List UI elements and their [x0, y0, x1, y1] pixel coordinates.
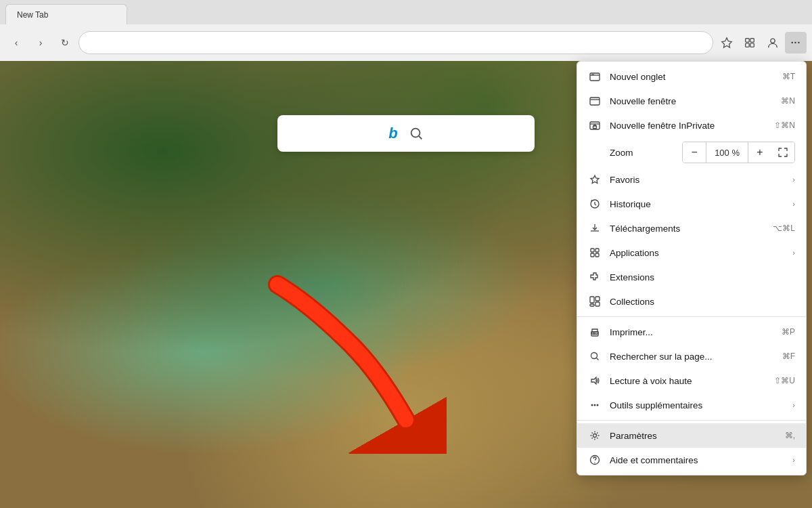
menu-label-more-tools: Outils supplémentaires — [610, 400, 787, 410]
menu-item-find[interactable]: Rechercher sur la page...⌘F — [577, 344, 806, 368]
svg-rect-21 — [595, 297, 600, 301]
menu-item-new-tab[interactable]: Nouvel onglet⌘T — [577, 64, 806, 89]
menu-label-find: Rechercher sur la page... — [610, 352, 782, 362]
zoom-label: Zoom — [588, 148, 629, 158]
tab-bar: New Tab — [0, 0, 812, 24]
menu-item-downloads[interactable]: Téléchargements⌥⌘L — [577, 216, 806, 240]
menu-shortcut-new-tab: ⌘T — [782, 72, 795, 81]
menu-item-read-aloud[interactable]: Lecture à voix haute⇧⌘U — [577, 368, 806, 393]
menu-item-apps[interactable]: Applications› — [577, 240, 806, 265]
zoom-value: 100 % — [706, 142, 748, 163]
svg-point-27 — [591, 353, 597, 359]
address-bar[interactable] — [78, 31, 713, 54]
toolbar-icons: ··· — [716, 32, 807, 54]
forward-button[interactable]: › — [30, 32, 51, 54]
svg-rect-17 — [595, 249, 599, 252]
zoom-in-button[interactable]: + — [748, 142, 771, 163]
settings-icon — [588, 429, 602, 442]
menu-label-new-tab: Nouvel onglet — [610, 72, 782, 82]
menu-item-more-tools[interactable]: Outils supplémentaires› — [577, 393, 806, 417]
menu-item-settings[interactable]: Paramètres⌘, — [577, 423, 806, 448]
browser-tab[interactable]: New Tab — [5, 4, 127, 24]
menu-item-favorites[interactable]: Favoris› — [577, 167, 806, 192]
svg-point-6 — [411, 129, 420, 137]
menu-label-help: Aide et commentaires — [610, 455, 787, 465]
bing-logo: b — [388, 125, 397, 142]
svg-rect-16 — [591, 249, 594, 252]
zoom-fullscreen-button[interactable] — [771, 142, 794, 163]
apps-icon — [588, 246, 602, 259]
menu-shortcut-downloads: ⌥⌘L — [773, 224, 795, 233]
search-icon[interactable] — [409, 126, 424, 141]
svg-marker-0 — [722, 38, 731, 47]
zoom-out-button[interactable]: − — [683, 142, 706, 163]
svg-rect-10 — [591, 75, 594, 76]
svg-rect-3 — [746, 43, 749, 47]
menu-shortcut-find: ⌘F — [782, 352, 795, 361]
dropdown-menu: Nouvel onglet⌘TNouvelle fenêtre⌘NNouvell… — [577, 61, 807, 475]
menu-arrow-history: › — [792, 200, 795, 208]
help-icon — [588, 453, 602, 467]
menu-divider-10 — [577, 316, 806, 317]
menu-label-collections: Collections — [610, 297, 795, 307]
menu-label-print: Imprimer... — [610, 327, 782, 337]
zoom-controls: − 100 % + — [682, 142, 795, 163]
favorites-icon-button[interactable] — [716, 32, 738, 54]
svg-rect-2 — [750, 39, 754, 42]
svg-point-34 — [594, 462, 595, 463]
menu-shortcut-settings: ⌘, — [785, 431, 795, 440]
red-arrow — [257, 264, 447, 454]
svg-rect-9 — [590, 73, 600, 81]
menu-item-new-window[interactable]: Nouvelle fenêtre⌘N — [577, 89, 806, 113]
svg-point-31 — [597, 404, 599, 406]
downloads-icon — [588, 221, 602, 235]
menu-item-help[interactable]: Aide et commentaires› — [577, 448, 806, 472]
svg-point-29 — [591, 404, 593, 406]
menu-shortcut-print: ⌘P — [782, 327, 795, 337]
svg-rect-11 — [590, 98, 600, 105]
menu-label-read-aloud: Lecture à voix haute — [610, 376, 774, 386]
menu-item-extensions[interactable]: Extensions — [577, 265, 806, 289]
more-tools-icon — [588, 398, 602, 412]
menu-item-inprivate[interactable]: Nouvelle fenêtre InPrivate⇧⌘N — [577, 113, 806, 137]
menu-shortcut-read-aloud: ⇧⌘U — [774, 376, 795, 385]
more-button[interactable]: ··· — [785, 32, 807, 54]
svg-marker-14 — [591, 175, 599, 184]
svg-point-5 — [771, 39, 775, 43]
refresh-button[interactable]: ↻ — [54, 32, 76, 54]
svg-rect-4 — [750, 43, 754, 47]
history-icon — [588, 197, 602, 211]
find-icon — [588, 350, 602, 363]
print-icon — [588, 325, 602, 339]
profile-icon-button[interactable] — [762, 32, 784, 54]
svg-rect-22 — [595, 302, 600, 306]
collections-icon-button[interactable] — [739, 32, 761, 54]
menu-label-favorites: Favoris — [610, 175, 787, 185]
menu-arrow-favorites: › — [792, 175, 795, 184]
browser-chrome: New Tab ‹ › ↻ — [0, 0, 812, 61]
tab-label: New Tab — [17, 10, 48, 20]
menu-item-print[interactable]: Imprimer...⌘P — [577, 320, 806, 344]
svg-rect-19 — [595, 253, 599, 257]
svg-rect-13 — [593, 126, 597, 129]
menu-label-history: Historique — [610, 199, 787, 209]
favorites-icon — [588, 173, 602, 186]
search-box: b — [277, 115, 535, 152]
menu-item-history[interactable]: Historique› — [577, 192, 806, 216]
menu-shortcut-new-window: ⌘N — [781, 96, 795, 106]
new-tab-icon — [588, 70, 602, 83]
extensions-icon — [588, 270, 602, 284]
new-window-icon — [588, 94, 602, 108]
menu-item-collections[interactable]: Collections — [577, 289, 806, 314]
menu-label-inprivate: Nouvelle fenêtre InPrivate — [610, 121, 774, 131]
svg-rect-18 — [591, 253, 594, 257]
menu-label-new-window: Nouvelle fenêtre — [610, 96, 781, 106]
menu-divider-15 — [577, 420, 806, 421]
menu-arrow-help: › — [792, 456, 795, 464]
svg-rect-23 — [590, 304, 594, 306]
inprivate-icon — [588, 119, 602, 132]
back-button[interactable]: ‹ — [5, 32, 27, 54]
menu-arrow-more-tools: › — [792, 401, 795, 409]
svg-point-30 — [594, 404, 596, 406]
collections-icon — [588, 295, 602, 308]
